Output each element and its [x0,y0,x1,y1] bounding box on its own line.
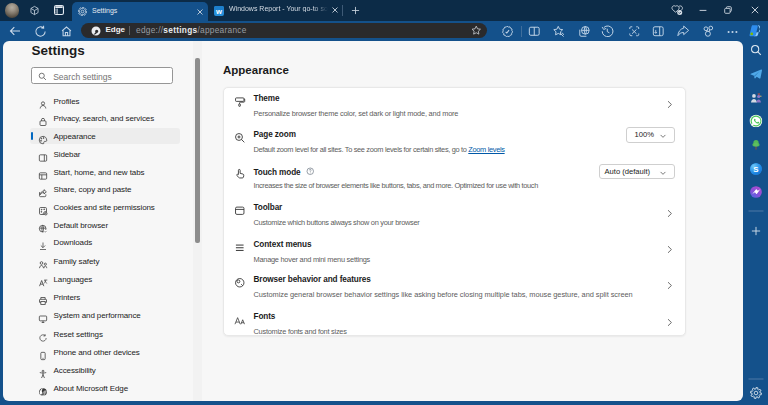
svg-text:S: S [753,164,758,173]
svg-text:w: w [215,6,222,15]
